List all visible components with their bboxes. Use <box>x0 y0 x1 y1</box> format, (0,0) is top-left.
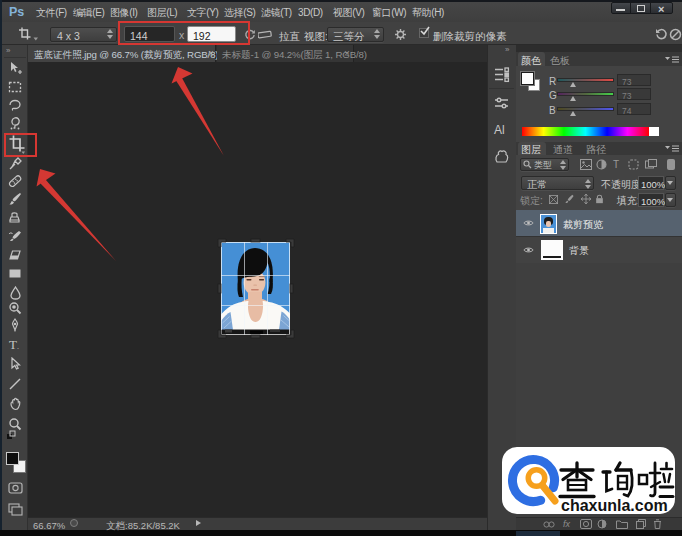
svg-text:chaxunla.com: chaxunla.com <box>561 497 668 514</box>
